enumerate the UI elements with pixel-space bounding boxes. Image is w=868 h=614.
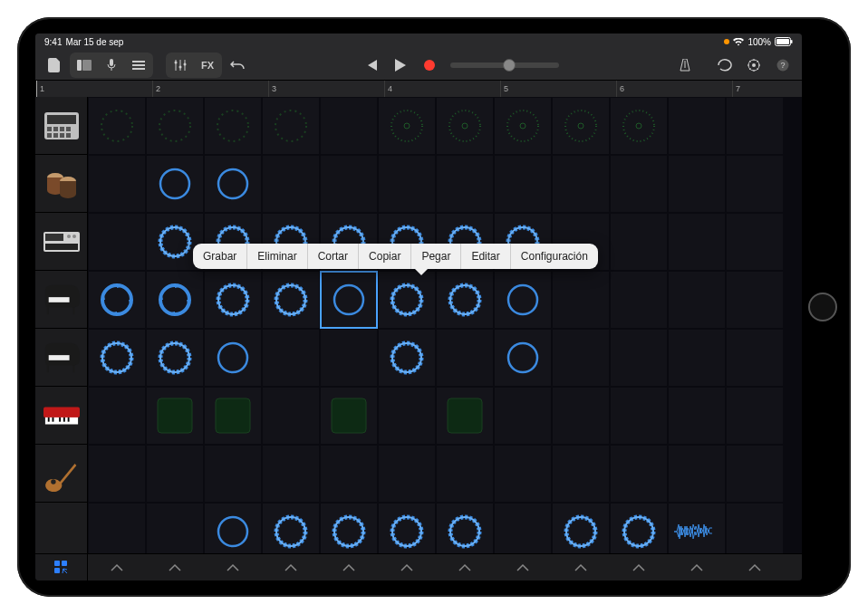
track-header-bass-guitar[interactable] xyxy=(35,445,87,503)
loop-cell[interactable] xyxy=(146,97,204,155)
loop-cell[interactable] xyxy=(378,271,436,329)
loop-cell[interactable] xyxy=(436,97,494,155)
loop-cell[interactable] xyxy=(610,503,668,553)
empty-cell[interactable] xyxy=(610,445,668,503)
empty-cell[interactable] xyxy=(552,445,610,503)
loop-cell[interactable] xyxy=(552,97,610,155)
ruler-tick[interactable]: 2 xyxy=(152,81,268,97)
empty-cell[interactable] xyxy=(552,387,610,445)
empty-cell[interactable] xyxy=(610,213,668,271)
loop-cell[interactable] xyxy=(88,271,146,329)
loop-cell[interactable] xyxy=(262,503,320,553)
loop-cell[interactable] xyxy=(494,271,552,329)
loop-cell[interactable] xyxy=(320,387,378,445)
ruler[interactable]: 1234567 xyxy=(36,81,802,97)
home-button[interactable] xyxy=(808,293,837,321)
tracks-view-button[interactable] xyxy=(125,53,152,77)
track-header-keyboard-red[interactable] xyxy=(35,387,87,445)
empty-cell[interactable] xyxy=(378,387,436,445)
empty-cell[interactable] xyxy=(668,155,726,213)
empty-cell[interactable] xyxy=(262,445,320,503)
loop-cell[interactable] xyxy=(320,271,378,329)
loop-cell[interactable] xyxy=(204,155,262,213)
empty-cell[interactable] xyxy=(320,155,378,213)
loop-cell[interactable] xyxy=(378,329,436,387)
column-trigger[interactable] xyxy=(436,554,494,580)
go-to-start-button[interactable] xyxy=(358,53,385,77)
settings-button[interactable] xyxy=(740,53,767,77)
ruler-tick[interactable]: 1 xyxy=(36,81,152,97)
context-menu-cortar[interactable]: Cortar xyxy=(308,244,359,269)
grid-mode-button[interactable] xyxy=(35,554,88,580)
loop-cell[interactable] xyxy=(436,387,494,445)
empty-cell[interactable] xyxy=(610,155,668,213)
column-trigger[interactable] xyxy=(146,554,204,580)
empty-cell[interactable] xyxy=(610,329,668,387)
empty-cell[interactable] xyxy=(494,445,552,503)
column-trigger[interactable] xyxy=(726,554,784,580)
empty-cell[interactable] xyxy=(726,213,784,271)
mixer-button[interactable] xyxy=(167,53,194,77)
loop-cell[interactable] xyxy=(262,271,320,329)
help-button[interactable]: ? xyxy=(769,53,796,77)
loop-cell[interactable] xyxy=(320,503,378,553)
column-trigger[interactable] xyxy=(262,554,320,580)
empty-cell[interactable] xyxy=(726,329,784,387)
empty-cell[interactable] xyxy=(552,271,610,329)
record-button[interactable] xyxy=(416,53,443,77)
track-header-drum-machine[interactable] xyxy=(35,97,87,155)
column-trigger[interactable] xyxy=(494,554,552,580)
empty-cell[interactable] xyxy=(610,387,668,445)
column-trigger[interactable] xyxy=(552,554,610,580)
empty-cell[interactable] xyxy=(552,155,610,213)
empty-cell[interactable] xyxy=(668,329,726,387)
empty-cell[interactable] xyxy=(204,445,262,503)
mic-button[interactable] xyxy=(98,53,125,77)
context-menu-editar[interactable]: Editar xyxy=(461,244,510,269)
ruler-tick[interactable]: 4 xyxy=(384,81,500,97)
ruler-tick[interactable]: 7 xyxy=(732,81,802,97)
loop-cell[interactable] xyxy=(436,503,494,553)
ruler-tick[interactable]: 6 xyxy=(616,81,732,97)
empty-cell[interactable] xyxy=(436,155,494,213)
loop-cell[interactable] xyxy=(204,503,262,553)
loop-cell[interactable] xyxy=(146,271,204,329)
empty-cell[interactable] xyxy=(668,213,726,271)
loop-cell[interactable] xyxy=(378,503,436,553)
loop-cell[interactable] xyxy=(494,329,552,387)
column-trigger[interactable] xyxy=(378,554,436,580)
loop-cell[interactable] xyxy=(204,271,262,329)
empty-cell[interactable] xyxy=(436,445,494,503)
loop-cell[interactable] xyxy=(610,97,668,155)
empty-cell[interactable] xyxy=(262,155,320,213)
empty-cell[interactable] xyxy=(668,387,726,445)
loop-cell[interactable] xyxy=(146,329,204,387)
ruler-tick[interactable]: 3 xyxy=(268,81,384,97)
empty-cell[interactable] xyxy=(262,387,320,445)
empty-cell[interactable] xyxy=(378,155,436,213)
empty-cell[interactable] xyxy=(320,329,378,387)
undo-button[interactable] xyxy=(224,53,251,77)
empty-cell[interactable] xyxy=(320,445,378,503)
empty-cell[interactable] xyxy=(88,503,146,553)
my-songs-button[interactable] xyxy=(41,53,68,77)
browser-button[interactable] xyxy=(71,53,98,77)
column-trigger[interactable] xyxy=(204,554,262,580)
loop-browser-button[interactable] xyxy=(711,53,738,77)
empty-cell[interactable] xyxy=(726,445,784,503)
context-menu-grabar[interactable]: Grabar xyxy=(193,244,247,269)
empty-cell[interactable] xyxy=(726,155,784,213)
loop-cell[interactable] xyxy=(146,155,204,213)
empty-cell[interactable] xyxy=(726,97,784,155)
empty-cell[interactable] xyxy=(726,503,784,553)
empty-cell[interactable] xyxy=(668,97,726,155)
empty-cell[interactable] xyxy=(726,387,784,445)
column-trigger[interactable] xyxy=(610,554,668,580)
context-menu-configuración[interactable]: Configuración xyxy=(511,244,598,269)
loop-cell[interactable] xyxy=(204,387,262,445)
empty-cell[interactable] xyxy=(436,329,494,387)
empty-cell[interactable] xyxy=(146,503,204,553)
loop-cell[interactable] xyxy=(552,503,610,553)
empty-cell[interactable] xyxy=(668,271,726,329)
column-trigger[interactable] xyxy=(320,554,378,580)
